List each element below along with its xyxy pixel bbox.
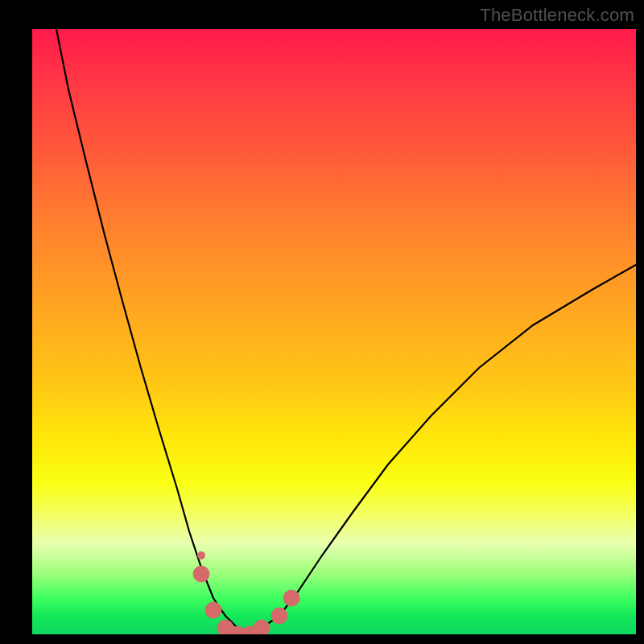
watermark-text: TheBottleneck.com	[480, 5, 634, 26]
bottleneck-curve	[56, 29, 636, 634]
small-dot	[197, 551, 205, 559]
curve-svg	[32, 29, 636, 634]
svg-point-5	[254, 620, 270, 634]
plot-area	[32, 29, 636, 634]
svg-point-6	[271, 608, 287, 624]
svg-point-0	[193, 566, 209, 582]
svg-point-1	[205, 602, 221, 618]
bottom-marker-dots	[193, 566, 299, 634]
chart-frame: TheBottleneck.com	[0, 0, 644, 644]
svg-point-7	[283, 590, 299, 606]
